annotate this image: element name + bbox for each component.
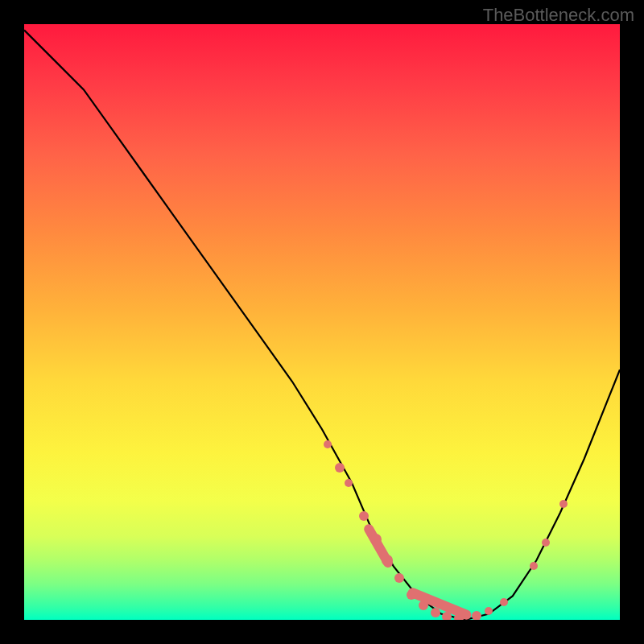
highlight-dot xyxy=(530,562,538,570)
highlight-segment xyxy=(407,587,473,620)
highlight-dot xyxy=(485,607,493,615)
highlight-dot xyxy=(472,611,481,620)
plot-area xyxy=(24,24,620,620)
highlight-dot xyxy=(335,463,345,473)
highlight-dot xyxy=(394,573,404,583)
highlight-dot xyxy=(559,500,568,508)
highlight-dot xyxy=(500,598,508,606)
highlight-dots-layer xyxy=(24,24,620,620)
highlight-dot xyxy=(345,479,353,487)
highlight-segment xyxy=(362,522,394,569)
highlight-dot xyxy=(542,539,550,547)
highlight-dot xyxy=(431,608,440,617)
highlight-dot xyxy=(324,440,332,448)
highlight-dot xyxy=(359,511,369,521)
watermark-text: TheBottleneck.com xyxy=(483,5,634,26)
